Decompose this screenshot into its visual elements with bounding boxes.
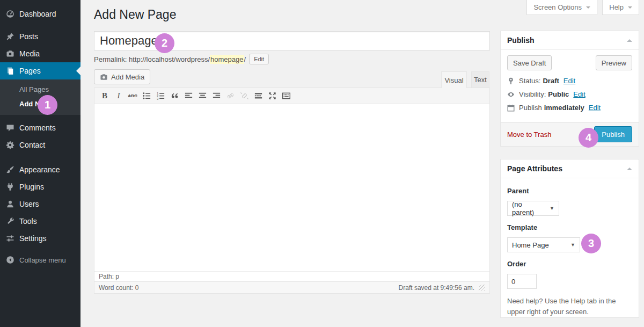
sidebar-item-label: Appearance (19, 165, 60, 174)
template-select[interactable]: Home Page ▼ (507, 237, 580, 252)
visibility-label: Visibility: (519, 90, 546, 98)
page-attributes-panel: Page Attributes Parent (no parent) ▼ Tem… (500, 159, 639, 318)
sidebar-item-label: Media (19, 49, 40, 58)
permalink-trailing-slash: / (244, 55, 246, 63)
step-badge-4: 4 (579, 128, 598, 148)
screen-options-button[interactable]: Screen Options (526, 0, 597, 15)
eye-icon (507, 91, 515, 98)
schedule-label: Publish (519, 104, 542, 112)
sidebar-item-label: Collapse menu (19, 256, 66, 264)
publish-panel-header[interactable]: Publish (501, 31, 639, 50)
page-attributes-title: Page Attributes (507, 164, 562, 173)
sidebar-item-label: Tools (19, 217, 37, 226)
editor-content-area[interactable] (94, 104, 489, 271)
admin-sidebar: Dashboard Posts Media Pages All Pages Ad… (0, 0, 80, 327)
parent-label: Parent (507, 187, 632, 195)
dashboard-icon (5, 9, 15, 19)
order-input[interactable] (507, 274, 537, 289)
visibility-value: Public (548, 90, 569, 98)
sidebar-item-comments[interactable]: Comments (0, 119, 80, 136)
more-tag-icon[interactable] (251, 90, 265, 103)
sidebar-item-settings[interactable]: Settings (0, 230, 80, 247)
sidebar-item-label: Plugins (19, 183, 44, 191)
panel-toggle-icon[interactable] (627, 165, 632, 170)
schedule-row: Publish immediately Edit (507, 104, 632, 112)
sidebar-item-dashboard[interactable]: Dashboard (0, 5, 80, 23)
tab-text[interactable]: Text (471, 71, 489, 88)
blockquote-icon[interactable] (167, 90, 181, 103)
editor-statusbar: Word count: 0 Draft saved at 9:49:56 am. (94, 281, 489, 293)
sidebar-item-plugins[interactable]: Plugins (0, 178, 80, 195)
status-pin-icon (507, 77, 515, 85)
bold-icon[interactable]: B (98, 90, 112, 103)
add-media-button[interactable]: Add Media (94, 69, 150, 84)
sidebar-item-pages[interactable]: Pages (0, 62, 80, 79)
permalink-label: Permalink: (94, 55, 127, 63)
link-icon[interactable] (223, 90, 237, 103)
editor-toolbar: B I ABC 123 (94, 88, 489, 104)
sidebar-item-tools[interactable]: Tools (0, 213, 80, 230)
sidebar-item-label: Pages (19, 67, 41, 75)
draft-saved-text: Draft saved at 9:49:56 am. (399, 284, 474, 292)
status-value: Draft (543, 77, 559, 85)
step-badge-3: 3 (581, 234, 601, 253)
distraction-free-icon[interactable] (265, 90, 279, 103)
visibility-edit-link[interactable]: Edit (573, 90, 585, 98)
move-to-trash-link[interactable]: Move to Trash (507, 130, 551, 139)
publish-button[interactable]: Publish (594, 126, 632, 142)
pin-icon (5, 32, 15, 41)
submenu-item-label: All Pages (19, 85, 49, 93)
sidebar-item-label: Posts (19, 32, 38, 41)
numbered-list-icon[interactable]: 123 (153, 90, 167, 103)
word-count: Word count: 0 (99, 284, 138, 292)
template-select-value: Home Page (512, 241, 549, 249)
schedule-edit-link[interactable]: Edit (589, 104, 601, 112)
brush-icon (5, 165, 15, 175)
page-attributes-header[interactable]: Page Attributes (501, 159, 639, 178)
sidebar-item-label: Users (19, 200, 39, 208)
sidebar-item-appearance[interactable]: Appearance (0, 161, 80, 178)
parent-select[interactable]: (no parent) ▼ (507, 201, 559, 216)
panel-toggle-icon[interactable] (627, 37, 632, 42)
help-button[interactable]: Help (602, 0, 639, 15)
chevron-down-icon (586, 6, 590, 11)
select-arrow-icon: ▼ (550, 206, 554, 211)
italic-icon[interactable]: I (112, 90, 126, 103)
schedule-value: immediately (544, 104, 584, 112)
collapse-arrow-icon (5, 255, 15, 265)
save-draft-button[interactable]: Save Draft (507, 55, 552, 70)
chevron-down-icon (628, 6, 632, 11)
page-title-input[interactable] (94, 31, 490, 50)
permalink-slug[interactable]: homepage (210, 55, 244, 64)
strikethrough-icon[interactable]: ABC (126, 90, 140, 103)
submenu-item-all-pages[interactable]: All Pages (0, 82, 80, 97)
help-label: Help (609, 3, 624, 11)
align-center-icon[interactable] (195, 90, 209, 103)
select-arrow-icon: ▼ (570, 242, 575, 248)
sidebar-item-label: Settings (19, 234, 47, 243)
step-badge-1: 1 (38, 95, 57, 115)
sidebar-item-users[interactable]: Users (0, 195, 80, 213)
toolbar-toggle-icon[interactable] (279, 90, 293, 103)
bulleted-list-icon[interactable] (140, 90, 153, 103)
sidebar-item-posts[interactable]: Posts (0, 28, 80, 45)
editor-resize-handle[interactable] (479, 285, 485, 291)
preview-button[interactable]: Preview (596, 55, 632, 70)
visual-editor: B I ABC 123 (94, 88, 490, 294)
sidebar-item-collapse-menu[interactable]: Collapse menu (0, 251, 80, 268)
sidebar-item-label: Comments (19, 123, 56, 132)
editor-path-bar: Path: p (94, 271, 489, 281)
tab-visual[interactable]: Visual (441, 71, 467, 88)
align-left-icon[interactable] (181, 90, 195, 103)
sidebar-item-media[interactable]: Media (0, 45, 80, 62)
order-label: Order (507, 260, 632, 268)
wrench-icon (5, 216, 15, 226)
status-edit-link[interactable]: Edit (564, 77, 575, 85)
publish-panel: Publish Save Draft Preview Status: Draft… (500, 31, 639, 147)
align-right-icon[interactable] (209, 90, 223, 103)
publish-panel-footer: Move to Trash Publish (501, 122, 639, 146)
permalink-edit-button[interactable]: Edit (249, 54, 269, 64)
sidebar-item-contact[interactable]: Contact (0, 136, 80, 154)
unlink-icon[interactable] (237, 90, 251, 103)
comment-bubble-icon (5, 123, 15, 133)
